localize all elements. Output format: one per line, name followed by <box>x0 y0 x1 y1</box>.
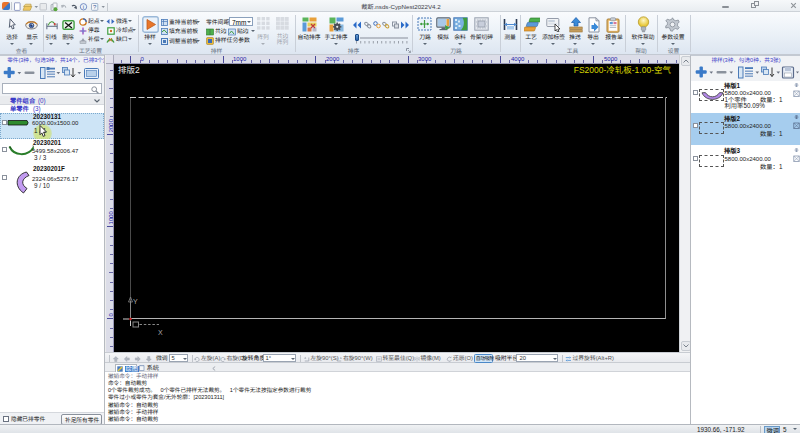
svg-text:0: 0 <box>108 313 114 317</box>
svg-text:1000: 1000 <box>108 210 114 224</box>
svg-text:5000: 5000 <box>604 56 618 62</box>
svg-text:0: 0 <box>141 56 145 62</box>
svg-text:2000: 2000 <box>108 118 114 132</box>
svg-text:3000: 3000 <box>418 56 432 62</box>
svg-text:X: X <box>158 329 163 336</box>
svg-text:4000: 4000 <box>511 56 525 62</box>
svg-text:i: i <box>83 4 84 10</box>
svg-text:2000: 2000 <box>326 56 340 62</box>
svg-text:1000: 1000 <box>233 56 247 62</box>
svg-text:Y: Y <box>133 298 138 305</box>
